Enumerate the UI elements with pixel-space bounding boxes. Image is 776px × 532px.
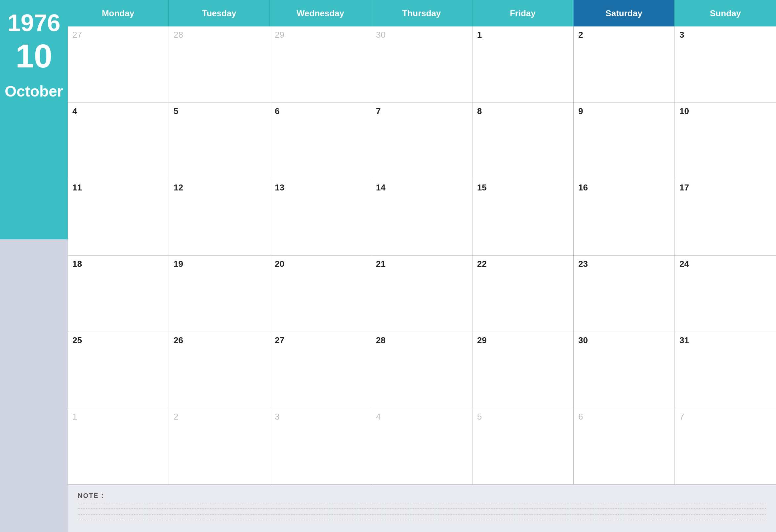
year-label: 1976 [7,10,60,36]
calendar-cell[interactable]: 24 [675,255,776,332]
day-number: 30 [376,30,467,40]
calendar-cell[interactable]: 4 [68,103,169,179]
day-number: 4 [376,412,467,422]
note-line-3 [78,514,766,515]
day-number: 27 [275,335,366,346]
day-number: 7 [376,106,467,116]
calendar-cell[interactable]: 23 [574,255,675,332]
day-number: 26 [174,335,265,346]
calendar-cell[interactable]: 29 [270,26,371,103]
note-line-4 [78,520,766,520]
calendar-grid: 2728293012345678910111213141516171819202… [68,26,776,485]
calendar-cell[interactable]: 13 [270,179,371,255]
calendar-cell[interactable]: 15 [472,179,574,255]
notes-area: NOTE： [68,485,776,532]
day-number: 1 [477,30,569,40]
calendar-cell[interactable]: 11 [68,179,169,255]
note-line-1 [78,503,766,503]
day-number: 14 [376,183,467,193]
calendar-cell[interactable]: 22 [472,255,574,332]
day-header-friday: Friday [472,0,574,26]
day-number: 29 [477,335,569,346]
day-number: 1 [72,412,164,422]
calendar-cell[interactable]: 25 [68,332,169,408]
calendar-cell[interactable]: 7 [371,103,472,179]
calendar-cell[interactable]: 28 [169,26,270,103]
day-number: 5 [477,412,569,422]
day-header-tuesday: Tuesday [169,0,270,26]
day-number: 6 [578,412,670,422]
day-number: 2 [578,30,670,40]
day-number: 2 [174,412,265,422]
day-number: 6 [275,106,366,116]
day-number: 5 [174,106,265,116]
day-headers: MondayTuesdayWednesdayThursdayFridaySatu… [68,0,776,26]
month-number-label: 10 [16,39,52,72]
day-number: 3 [275,412,366,422]
day-number: 8 [477,106,569,116]
calendar-cell[interactable]: 3 [270,408,371,485]
day-header-thursday: Thursday [371,0,472,26]
calendar-cell[interactable]: 12 [169,179,270,255]
note-line-2 [78,509,766,509]
calendar-cell[interactable]: 6 [270,103,371,179]
calendar-cell[interactable]: 29 [472,332,574,408]
day-number: 29 [275,30,366,40]
day-number: 17 [680,183,771,193]
calendar-cell[interactable]: 27 [68,26,169,103]
calendar-cell[interactable]: 21 [371,255,472,332]
calendar-cell[interactable]: 19 [169,255,270,332]
day-number: 3 [680,30,771,40]
day-number: 28 [376,335,467,346]
day-number: 13 [275,183,366,193]
day-number: 9 [578,106,670,116]
calendar-cell[interactable]: 16 [574,179,675,255]
calendar-cell[interactable]: 30 [371,26,472,103]
calendar-cell[interactable]: 28 [371,332,472,408]
calendar-cell[interactable]: 5 [472,408,574,485]
calendar-cell[interactable]: 9 [574,103,675,179]
calendar-cell[interactable]: 2 [169,408,270,485]
day-number: 19 [174,259,265,269]
day-number: 12 [174,183,265,193]
day-number: 25 [72,335,164,346]
calendar-cell[interactable]: 4 [371,408,472,485]
calendar-cell[interactable]: 31 [675,332,776,408]
day-number: 27 [72,30,164,40]
month-name-label: October [5,82,63,100]
day-number: 31 [680,335,771,346]
calendar-cell[interactable]: 1 [68,408,169,485]
calendar-cell[interactable]: 6 [574,408,675,485]
calendar-cell[interactable]: 20 [270,255,371,332]
calendar-cell[interactable]: 2 [574,26,675,103]
calendar-cell[interactable]: 17 [675,179,776,255]
day-header-monday: Monday [68,0,169,26]
note-label: NOTE： [78,491,766,500]
calendar-cell[interactable]: 10 [675,103,776,179]
day-number: 11 [72,183,164,193]
calendar-area: MondayTuesdayWednesdayThursdayFridaySatu… [68,0,776,532]
day-number: 22 [477,259,569,269]
calendar-cell[interactable]: 8 [472,103,574,179]
day-number: 4 [72,106,164,116]
calendar-cell[interactable]: 30 [574,332,675,408]
day-header-wednesday: Wednesday [270,0,371,26]
day-number: 10 [680,106,771,116]
calendar-cell[interactable]: 7 [675,408,776,485]
day-number: 23 [578,259,670,269]
day-number: 18 [72,259,164,269]
calendar-cell[interactable]: 3 [675,26,776,103]
day-header-saturday: Saturday [574,0,675,26]
calendar-cell[interactable]: 26 [169,332,270,408]
calendar-cell[interactable]: 5 [169,103,270,179]
calendar-cell[interactable]: 18 [68,255,169,332]
day-number: 24 [680,259,771,269]
day-number: 7 [680,412,771,422]
day-header-sunday: Sunday [675,0,776,26]
day-number: 20 [275,259,366,269]
day-number: 30 [578,335,670,346]
calendar-cell[interactable]: 1 [472,26,574,103]
calendar-cell[interactable]: 27 [270,332,371,408]
calendar-cell[interactable]: 14 [371,179,472,255]
day-number: 16 [578,183,670,193]
